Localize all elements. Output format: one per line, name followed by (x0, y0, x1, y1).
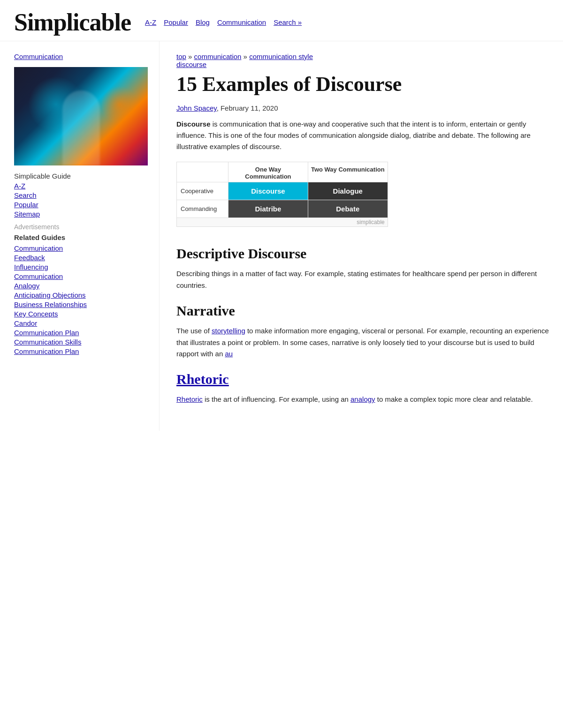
intro-text: is communication that is one-way and coo… (176, 120, 531, 150)
storytelling-link[interactable]: storytelling (212, 327, 245, 335)
row2-label: Commanding (177, 200, 228, 218)
table-header-empty (177, 162, 228, 182)
rhetoric-link[interactable]: Rhetoric (176, 395, 203, 403)
related-link-communication2[interactable]: Communication (14, 272, 63, 280)
list-item: Analogy (14, 282, 148, 290)
related-link-anticipating[interactable]: Anticipating Objections (14, 291, 86, 299)
related-guides-title: Related Guides (14, 233, 148, 241)
list-item: Communication (14, 272, 148, 281)
list-item: Search (14, 191, 148, 200)
list-item: Candor (14, 319, 148, 328)
related-link-candor[interactable]: Candor (14, 319, 37, 327)
site-header: Simplicable A-Z Popular Blog Communicati… (0, 0, 563, 41)
nav-az[interactable]: A-Z (145, 18, 156, 26)
article-date: , February 11, 2020 (217, 104, 278, 112)
article-intro: Discourse is communication that is one-w… (176, 119, 549, 152)
breadcrumb-top[interactable]: top (176, 53, 186, 60)
audience-link[interactable]: au (225, 350, 233, 358)
main-layout: Communication Simplicable Guide A-Z Sear… (0, 41, 563, 431)
article-meta: John Spacey, February 11, 2020 (176, 104, 549, 112)
site-logo[interactable]: Simplicable (14, 8, 131, 36)
list-item: Sitemap (14, 210, 148, 218)
list-item: Communication (14, 244, 148, 253)
breadcrumb-comm-style[interactable]: communication style (249, 53, 313, 60)
ads-label: Advertisements (14, 223, 148, 231)
image-glow2 (101, 86, 138, 123)
guide-link-az[interactable]: A-Z (14, 182, 25, 190)
related-link-commskills[interactable]: Communication Skills (14, 338, 81, 346)
list-item: Communication Plan (14, 329, 148, 337)
related-link-commplan[interactable]: Communication Plan (14, 329, 79, 337)
related-link-analogy[interactable]: Analogy (14, 282, 39, 290)
table-body: Cooperative Discourse Dialogue Commandin… (177, 182, 388, 218)
guide-link-search[interactable]: Search (14, 191, 37, 199)
guide-link-sitemap[interactable]: Sitemap (14, 210, 40, 218)
table-col2-header: Two Way Communication (308, 162, 388, 182)
cell-debate: Debate (308, 200, 388, 218)
list-item: Influencing (14, 263, 148, 271)
list-item: Business Relationships (14, 300, 148, 309)
analogy-link[interactable]: analogy (350, 395, 375, 403)
sidebar-image (14, 67, 148, 165)
breadcrumb-sep2: » (243, 53, 250, 60)
section-body-narrative: The use of storytelling to make informat… (176, 325, 549, 360)
breadcrumb-sep1: » (188, 53, 194, 60)
cell-discourse: Discourse (228, 182, 308, 200)
intro-bold: Discourse (176, 120, 211, 128)
breadcrumb: top » communication » communication styl… (176, 53, 549, 68)
nav-search[interactable]: Search » (274, 18, 302, 26)
nav-popular[interactable]: Popular (164, 18, 188, 26)
author-link[interactable]: John Spacey (176, 104, 217, 112)
list-item: Key Concepts (14, 310, 148, 318)
table-row: Cooperative Discourse Dialogue (177, 182, 388, 200)
list-item: Anticipating Objections (14, 291, 148, 300)
related-link-feedback[interactable]: Feedback (14, 254, 45, 262)
section-title-descriptive: Descriptive Discourse (176, 246, 549, 262)
table-header-row: One Way Communication Two Way Communicat… (177, 162, 388, 182)
breadcrumb-communication[interactable]: communication (194, 53, 242, 60)
header-nav: A-Z Popular Blog Communication Search » (145, 18, 302, 26)
related-links-list: Communication Feedback Influencing Commu… (14, 244, 148, 356)
related-link-influencing[interactable]: Influencing (14, 263, 48, 271)
cell-diatribe: Diatribe (228, 200, 308, 218)
cell-dialogue: Dialogue (308, 182, 388, 200)
sidebar-communication-link[interactable]: Communication (14, 53, 148, 60)
guide-title: Simplicable Guide (14, 172, 148, 180)
section-title-narrative: Narrative (176, 303, 549, 319)
section-title-rhetoric[interactable]: Rhetoric (176, 371, 549, 387)
table-col1-header: One Way Communication (228, 162, 308, 182)
related-link-business[interactable]: Business Relationships (14, 300, 87, 308)
list-item: Popular (14, 201, 148, 209)
list-item: Feedback (14, 254, 148, 262)
sidebar: Communication Simplicable Guide A-Z Sear… (0, 41, 160, 431)
guide-link-popular[interactable]: Popular (14, 201, 38, 209)
table-credit: simplicable (177, 218, 388, 226)
discourse-table: One Way Communication Two Way Communicat… (176, 162, 388, 227)
section-body-rhetoric: Rhetoric is the art of influencing. For … (176, 394, 549, 405)
row1-label: Cooperative (177, 182, 228, 200)
table-row: Commanding Diatribe Debate (177, 200, 388, 218)
main-content: top » communication » communication styl… (160, 41, 563, 431)
list-item: A-Z (14, 182, 148, 190)
image-figure (62, 90, 100, 165)
nav-blog[interactable]: Blog (196, 18, 210, 26)
list-item: Communication Plan (14, 347, 148, 356)
breadcrumb-discourse[interactable]: discourse (176, 60, 206, 68)
rhetoric-title-link[interactable]: Rhetoric (176, 371, 229, 387)
related-link-key[interactable]: Key Concepts (14, 310, 58, 318)
list-item: Communication Skills (14, 338, 148, 346)
nav-communication[interactable]: Communication (217, 18, 266, 26)
article-title: 15 Examples of Discourse (176, 73, 549, 96)
related-link-commplan2[interactable]: Communication Plan (14, 347, 79, 355)
guide-links: A-Z Search Popular Sitemap (14, 182, 148, 218)
related-link-communication[interactable]: Communication (14, 244, 63, 252)
section-body-descriptive: Describing things in a matter of fact wa… (176, 268, 549, 292)
